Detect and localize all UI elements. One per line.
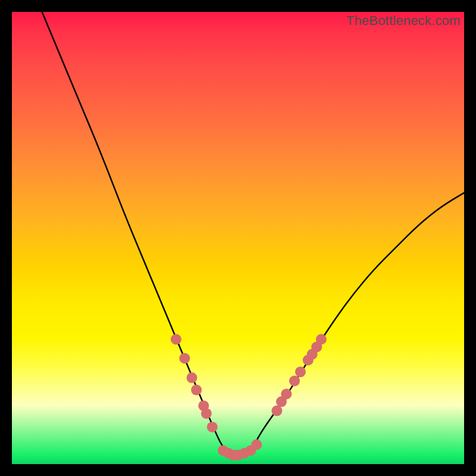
data-marker (179, 353, 190, 364)
marker-group (171, 334, 327, 461)
bottleneck-curve-path (12, 12, 464, 454)
data-marker (316, 334, 327, 345)
data-marker (186, 372, 197, 383)
data-marker (201, 408, 212, 419)
bottleneck-chart: TheBottleneck.com (12, 12, 464, 464)
data-marker (289, 375, 300, 386)
data-marker (295, 367, 306, 377)
data-marker (191, 384, 202, 395)
data-marker (281, 389, 292, 399)
data-marker (207, 422, 218, 433)
data-marker (251, 439, 262, 450)
curve-layer (12, 12, 464, 464)
data-marker (171, 334, 181, 345)
